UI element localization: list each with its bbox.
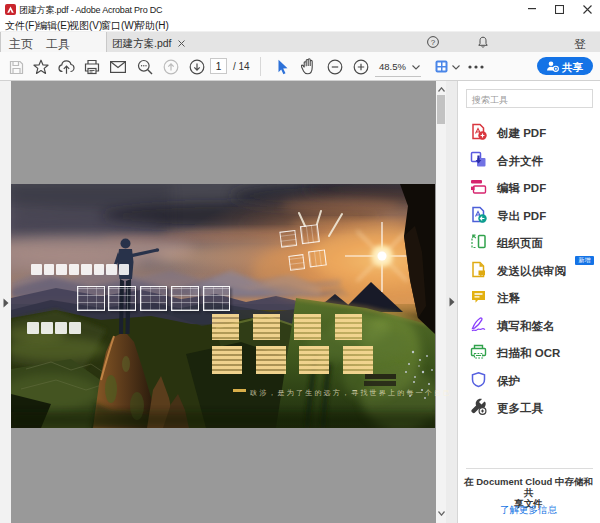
svg-text:?: ? [431,38,436,47]
